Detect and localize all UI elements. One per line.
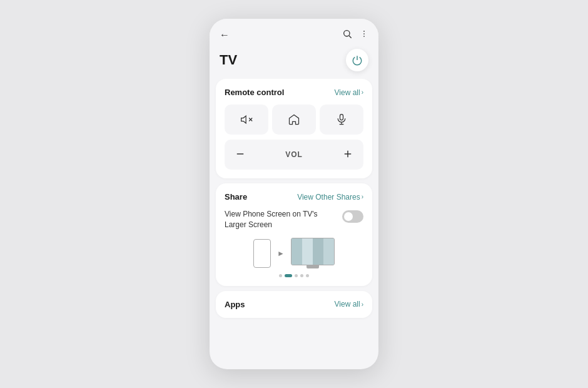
search-icon[interactable] — [342, 29, 352, 41]
dot-1 — [279, 274, 282, 277]
header-left: ← — [220, 29, 230, 41]
dot-2-active — [285, 274, 292, 277]
more-menu-icon[interactable] — [360, 29, 368, 41]
remote-control-title: Remote control — [225, 88, 284, 97]
tv-col-4 — [323, 238, 334, 265]
svg-point-4 — [363, 36, 365, 37]
apps-view-all-chevron: › — [362, 301, 363, 308]
svg-rect-7 — [340, 115, 343, 120]
share-view-other-label: View Other Shares — [297, 193, 360, 202]
remote-buttons-row — [225, 105, 363, 135]
tv-screen — [291, 238, 335, 265]
page-title: TV — [220, 52, 237, 68]
svg-point-2 — [363, 31, 365, 32]
remote-view-all-link[interactable]: View all › — [335, 88, 363, 97]
share-view-other-chevron: › — [362, 193, 363, 200]
mic-button[interactable] — [320, 105, 363, 135]
share-card-header: Share View Other Shares › — [225, 192, 363, 202]
apps-view-all-link[interactable]: View all › — [335, 300, 363, 309]
share-visual: ► — [225, 238, 363, 269]
share-view-other-link[interactable]: View Other Shares › — [297, 193, 363, 202]
header: ← — [210, 19, 378, 46]
svg-point-3 — [363, 33, 365, 34]
svg-point-0 — [344, 31, 350, 36]
tv-stand — [307, 265, 319, 268]
back-icon[interactable]: ← — [220, 29, 230, 41]
power-button[interactable] — [346, 49, 368, 71]
svg-line-1 — [349, 36, 352, 38]
header-icons — [342, 29, 368, 41]
phone-visual-icon — [253, 239, 271, 268]
volume-down-button[interactable] — [235, 148, 246, 161]
share-toggle-row: View Phone Screen on TV's Larger Screen — [225, 209, 363, 230]
remote-view-all-chevron: › — [362, 89, 363, 96]
remote-control-header: Remote control View all › — [225, 88, 363, 97]
apps-bar: Apps View all › — [216, 291, 372, 318]
toggle-knob — [344, 212, 353, 221]
dot-5 — [306, 274, 309, 277]
share-screen-text: View Phone Screen on TV's Larger Screen — [225, 209, 325, 230]
volume-up-button[interactable] — [342, 148, 353, 161]
dots-row — [225, 269, 363, 277]
tv-col-3 — [313, 238, 323, 265]
scroll-content: Remote control View all › — [210, 79, 378, 369]
tv-col-2 — [302, 238, 313, 265]
vol-label: VOL — [285, 150, 303, 159]
volume-row: VOL — [225, 140, 363, 170]
remote-view-all-label: View all — [335, 88, 360, 97]
phone-frame: ← TV Re — [210, 19, 378, 369]
share-title: Share — [225, 192, 247, 202]
arrow-right-icon: ► — [277, 249, 285, 258]
remote-control-card: Remote control View all › — [216, 79, 372, 178]
tv-col-1 — [291, 238, 302, 265]
page-title-row: TV — [210, 46, 378, 79]
apps-view-all-label: View all — [335, 300, 360, 309]
apps-title: Apps — [225, 300, 245, 309]
dot-4 — [300, 274, 303, 277]
dot-3 — [295, 274, 298, 277]
share-card: Share View Other Shares › View Phone Scr… — [216, 183, 372, 286]
tv-visual-icon — [291, 238, 335, 269]
share-toggle[interactable] — [342, 210, 363, 223]
home-button[interactable] — [272, 105, 316, 135]
mute-button[interactable] — [225, 105, 268, 135]
